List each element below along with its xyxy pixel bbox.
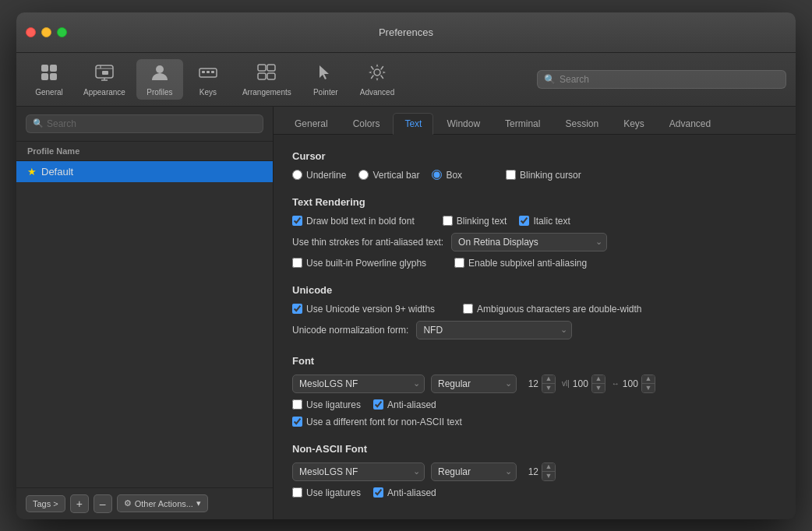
non-ascii-font-row: MesloLGS NF Regular Bold Italic 12 bbox=[292, 462, 777, 481]
tab-text[interactable]: Text bbox=[393, 113, 433, 135]
spacing-arrows[interactable]: ▲ ▼ bbox=[641, 375, 655, 393]
powerline-option[interactable]: Use built-in Powerline glyphs bbox=[292, 258, 426, 269]
ambiguous-option[interactable]: Ambiguous characters are double-width bbox=[463, 304, 641, 315]
font-name-wrapper[interactable]: MesloLGS NF bbox=[292, 375, 425, 393]
non-ascii-anti-aliased-checkbox[interactable] bbox=[373, 487, 383, 498]
ambiguous-checkbox[interactable] bbox=[463, 304, 473, 314]
vertical-bar-option[interactable]: Vertical bar bbox=[358, 170, 419, 181]
non-ascii-font-option[interactable]: Use a different font for non-ASCII text bbox=[292, 417, 462, 427]
vl-up[interactable]: ▲ bbox=[592, 375, 605, 384]
underline-label: Underline bbox=[306, 170, 346, 181]
search-input[interactable] bbox=[560, 74, 779, 85]
tags-button[interactable]: Tags > bbox=[26, 495, 65, 512]
tab-keys[interactable]: Keys bbox=[612, 113, 656, 134]
tab-general[interactable]: General bbox=[283, 113, 340, 134]
close-button[interactable] bbox=[26, 27, 36, 37]
non-ascii-ligatures-option[interactable]: Use ligatures bbox=[292, 487, 361, 498]
toolbar-item-appearance[interactable]: Appearance bbox=[74, 59, 135, 100]
font-style-select[interactable]: Regular Bold Italic bbox=[431, 375, 517, 393]
general-icon bbox=[39, 62, 59, 86]
box-radio[interactable] bbox=[432, 170, 442, 180]
non-ascii-font-style-wrapper[interactable]: Regular Bold Italic bbox=[431, 462, 517, 481]
thin-strokes-select[interactable]: On Retina Displays Always Never Auto bbox=[451, 233, 607, 251]
draw-bold-option[interactable]: Draw bold text in bold font bbox=[292, 216, 415, 227]
add-profile-button[interactable]: + bbox=[70, 494, 89, 513]
powerline-checkbox[interactable] bbox=[292, 258, 302, 268]
font-options-row1: Use ligatures Anti-aliased bbox=[292, 399, 777, 410]
tab-session[interactable]: Session bbox=[553, 113, 610, 134]
tab-advanced[interactable]: Advanced bbox=[658, 113, 722, 134]
font-size-up[interactable]: ▲ bbox=[542, 375, 555, 384]
non-ascii-anti-aliased-option[interactable]: Anti-aliased bbox=[373, 487, 436, 498]
search-icon: 🔍 bbox=[544, 74, 556, 85]
non-ascii-font-checkbox[interactable] bbox=[292, 417, 302, 427]
profiles-icon bbox=[150, 62, 170, 86]
underline-option[interactable]: Underline bbox=[292, 170, 346, 181]
remove-profile-button[interactable]: – bbox=[94, 494, 112, 513]
titlebar: Preferences bbox=[16, 12, 796, 53]
toolbar-item-general[interactable]: General bbox=[26, 59, 72, 100]
cursor-section: Cursor Underline Vertical bar Box bbox=[292, 150, 777, 181]
toolbar-item-pointer[interactable]: Pointer bbox=[302, 59, 349, 100]
italic-checkbox[interactable] bbox=[519, 216, 529, 226]
subpixel-option[interactable]: Enable subpixel anti-aliasing bbox=[454, 258, 587, 269]
tab-terminal[interactable]: Terminal bbox=[493, 113, 552, 134]
toolbar-item-arrangements[interactable]: Arrangements bbox=[233, 59, 301, 100]
anti-aliased-checkbox[interactable] bbox=[373, 399, 383, 410]
font-size-arrows[interactable]: ▲ ▼ bbox=[542, 375, 556, 393]
draw-bold-checkbox[interactable] bbox=[292, 216, 302, 226]
vertical-bar-label: Vertical bar bbox=[372, 170, 419, 181]
font-size-down[interactable]: ▼ bbox=[542, 384, 555, 392]
profile-item-default[interactable]: ★ Default bbox=[16, 161, 273, 182]
blinking-text-checkbox[interactable] bbox=[443, 216, 453, 226]
non-ascii-font-size-up[interactable]: ▲ bbox=[542, 463, 555, 472]
sidebar-search-box[interactable]: 🔍 bbox=[26, 114, 263, 133]
spacing-down[interactable]: ▼ bbox=[642, 384, 655, 392]
profile-name-default: Default bbox=[41, 166, 73, 178]
toolbar-item-keys[interactable]: Keys bbox=[185, 59, 231, 100]
vl-down[interactable]: ▼ bbox=[592, 384, 605, 392]
normalization-select-wrapper[interactable]: NFD NFC NFKD NFKC None bbox=[416, 321, 572, 339]
italic-option[interactable]: Italic text bbox=[519, 216, 570, 227]
ligatures-option[interactable]: Use ligatures bbox=[292, 399, 361, 410]
sidebar-footer: Tags > + – ⚙ Other Actions... ▾ bbox=[16, 487, 273, 519]
box-option[interactable]: Box bbox=[432, 170, 462, 181]
pointer-icon bbox=[316, 62, 336, 86]
non-ascii-font-name-select[interactable]: MesloLGS NF bbox=[292, 462, 425, 481]
toolbar-item-advanced[interactable]: Advanced bbox=[351, 59, 404, 100]
blinking-cursor-option[interactable]: Blinking cursor bbox=[506, 170, 581, 181]
vertical-bar-radio[interactable] bbox=[358, 170, 369, 180]
appearance-label: Appearance bbox=[83, 88, 125, 97]
spacing-value: 100 bbox=[623, 378, 638, 389]
advanced-label: Advanced bbox=[360, 88, 394, 97]
normalization-select[interactable]: NFD NFC NFKD NFKC None bbox=[416, 321, 572, 339]
spacing-up[interactable]: ▲ bbox=[642, 375, 655, 384]
font-style-wrapper[interactable]: Regular Bold Italic bbox=[431, 375, 517, 393]
tab-window[interactable]: Window bbox=[435, 113, 492, 134]
unicode-version-option[interactable]: Use Unicode version 9+ widths bbox=[292, 304, 435, 315]
non-ascii-font-size-arrows[interactable]: ▲ ▼ bbox=[542, 462, 556, 481]
blinking-cursor-checkbox[interactable] bbox=[506, 170, 516, 180]
font-name-select[interactable]: MesloLGS NF bbox=[292, 375, 425, 393]
tab-colors[interactable]: Colors bbox=[341, 113, 392, 134]
thin-strokes-select-wrapper[interactable]: On Retina Displays Always Never Auto bbox=[451, 233, 607, 251]
toolbar-item-profiles[interactable]: Profiles bbox=[136, 59, 183, 100]
anti-aliased-option[interactable]: Anti-aliased bbox=[373, 399, 436, 410]
non-ascii-ligatures-checkbox[interactable] bbox=[292, 487, 302, 498]
toolbar-search[interactable]: 🔍 bbox=[537, 70, 786, 89]
non-ascii-font-name-wrapper[interactable]: MesloLGS NF bbox=[292, 462, 425, 481]
underline-radio[interactable] bbox=[292, 170, 302, 180]
other-actions-button[interactable]: ⚙ Other Actions... ▾ bbox=[117, 494, 208, 512]
subpixel-checkbox[interactable] bbox=[454, 258, 464, 268]
maximize-button[interactable] bbox=[57, 27, 67, 37]
blinking-text-option[interactable]: Blinking text bbox=[443, 216, 507, 227]
toolbar-items: General Appearance Profiles bbox=[26, 59, 534, 100]
sidebar-search-input[interactable] bbox=[47, 118, 256, 129]
unicode-version-checkbox[interactable] bbox=[292, 304, 302, 314]
vl-arrows[interactable]: ▲ ▼ bbox=[591, 375, 605, 393]
actions-chevron-icon: ▾ bbox=[196, 498, 201, 508]
non-ascii-font-style-select[interactable]: Regular Bold Italic bbox=[431, 462, 517, 481]
minimize-button[interactable] bbox=[41, 27, 51, 37]
ligatures-checkbox[interactable] bbox=[292, 399, 302, 410]
non-ascii-font-size-down[interactable]: ▼ bbox=[542, 472, 555, 480]
